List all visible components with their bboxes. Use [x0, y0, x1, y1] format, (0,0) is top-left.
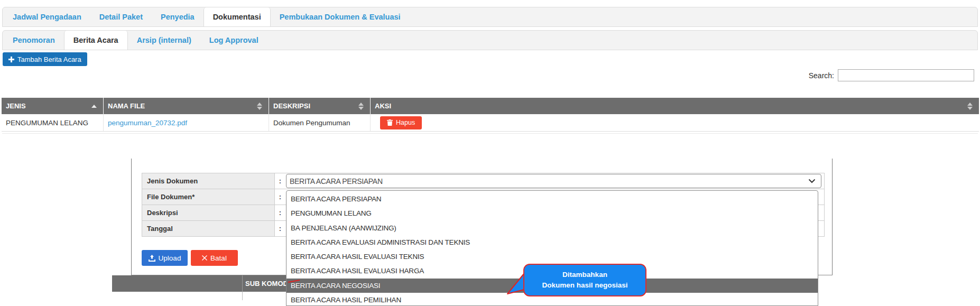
- search-label: Search:: [809, 71, 834, 80]
- file-dokumen-label: File Dokumen*: [142, 189, 275, 205]
- colon-separator: :: [275, 221, 285, 236]
- callout-line-1: Ditambahkan: [524, 270, 645, 280]
- close-icon: [202, 255, 207, 261]
- modal-left-border: [131, 159, 132, 275]
- tab-detail-paket[interactable]: Detail Paket: [90, 7, 152, 26]
- sort-both-icon: [257, 103, 262, 110]
- sort-both-icon: [967, 103, 973, 110]
- column-header-deskripsi[interactable]: DESKRIPSI: [269, 98, 371, 114]
- secondary-tab-bar: Penomoran Berita Acara Arsip (internal) …: [2, 30, 978, 50]
- colon-separator: :: [275, 173, 285, 189]
- option-ba-hasil-evaluasi-teknis[interactable]: BERITA ACARA HASIL EVALUASI TEKNIS: [286, 249, 818, 264]
- table-search: Search:: [809, 69, 974, 81]
- sort-both-icon: [358, 103, 364, 110]
- upload-label: Upload: [159, 254, 181, 262]
- tab-penyedia[interactable]: Penyedia: [152, 7, 204, 26]
- tab-pembukaan-dokumen-evaluasi[interactable]: Pembukaan Dokumen & Evaluasi: [271, 7, 410, 26]
- option-berita-acara-persiapan[interactable]: BERITA ACARA PERSIAPAN: [286, 192, 818, 206]
- option-ba-evaluasi-administrasi-teknis[interactable]: BERITA ACARA EVALUASI ADMINISTRASI DAN T…: [286, 235, 818, 249]
- page-divider: [2, 133, 978, 134]
- column-label: JENIS: [6, 102, 26, 110]
- annotation-callout: Ditambahkan Dokumen hasil negosiasi: [523, 264, 646, 296]
- upload-icon: [149, 255, 155, 262]
- hapus-button[interactable]: Hapus: [380, 116, 422, 129]
- tab-jadwal-pengadaan[interactable]: Jadwal Pengadaan: [4, 7, 90, 26]
- primary-tab-bar: Jadwal Pengadaan Detail Paket Penyedia D…: [2, 7, 978, 27]
- modal-right-border: [832, 159, 833, 275]
- colon-separator: :: [275, 205, 285, 220]
- berita-acara-table: JENIS NAMA FILE DESKRIPSI AKSI PENGUMUMA…: [2, 98, 979, 132]
- jenis-dokumen-label: Jenis Dokumen: [142, 173, 275, 189]
- batal-button[interactable]: Batal: [191, 250, 238, 266]
- tab-label: Penomoran: [13, 36, 55, 44]
- column-header-nama-file[interactable]: NAMA FILE: [104, 98, 269, 114]
- option-pengumuman-lelang[interactable]: PENGUMUMAN LELANG: [286, 206, 818, 220]
- column-divider: [242, 275, 243, 292]
- column-header-aksi[interactable]: AKSI: [371, 98, 979, 114]
- batal-label: Batal: [210, 254, 227, 262]
- cell-deskripsi: Dokumen Pengumuman: [269, 114, 371, 131]
- form-row-jenis-dokumen: Jenis Dokumen : BERITA ACARA PERSIAPAN: [142, 173, 825, 189]
- option-ba-penjelasan-aanwijzing[interactable]: BA PENJELASAN (AANWIJZING): [286, 221, 818, 235]
- jenis-dokumen-select[interactable]: BERITA ACARA PERSIAPAN: [286, 174, 821, 188]
- background-row-divider: [242, 292, 243, 300]
- tab-label: Berita Acara: [73, 36, 118, 44]
- tab-arsip-internal[interactable]: Arsip (internal): [128, 31, 200, 50]
- search-input[interactable]: [838, 69, 974, 81]
- table-header-row: JENIS NAMA FILE DESKRIPSI AKSI: [2, 98, 979, 114]
- cell-nama-file: pengumuman_20732.pdf: [104, 114, 269, 131]
- deskripsi-label: Deskripsi: [142, 205, 275, 220]
- column-label: AKSI: [375, 102, 391, 110]
- sub-komoditas-header-label: SUB KOMOD: [245, 275, 288, 292]
- cell-jenis: PENGUMUMAN LELANG: [2, 114, 104, 131]
- column-label: DESKRIPSI: [273, 102, 310, 110]
- tab-label: Arsip (internal): [137, 36, 191, 44]
- file-link[interactable]: pengumuman_20732.pdf: [108, 119, 187, 127]
- trash-icon: [387, 119, 393, 126]
- tab-label: Pembukaan Dokumen & Evaluasi: [280, 13, 401, 21]
- tab-label: Jadwal Pengadaan: [13, 13, 81, 21]
- tab-penomoran[interactable]: Penomoran: [4, 31, 64, 50]
- hapus-label: Hapus: [396, 119, 415, 126]
- tab-label: Penyedia: [161, 13, 195, 21]
- column-header-jenis[interactable]: JENIS: [2, 98, 104, 114]
- tanggal-label: Tanggal: [142, 221, 275, 236]
- chevron-down-icon: [808, 179, 816, 183]
- plus-icon: [8, 57, 14, 62]
- tab-berita-acara[interactable]: Berita Acara: [64, 31, 128, 50]
- tab-log-approval[interactable]: Log Approval: [200, 31, 267, 50]
- cell-aksi: Hapus: [371, 114, 979, 131]
- tambah-berita-acara-button[interactable]: Tambah Berita Acara: [3, 52, 87, 66]
- tab-label: Log Approval: [209, 36, 258, 44]
- tab-label: Detail Paket: [99, 13, 143, 21]
- add-button-label: Tambah Berita Acara: [17, 55, 81, 63]
- colon-separator: :: [275, 189, 285, 205]
- table-row: PENGUMUMAN LELANG pengumuman_20732.pdf D…: [2, 114, 979, 132]
- tab-label: Dokumentasi: [213, 13, 261, 21]
- select-value: BERITA ACARA PERSIAPAN: [290, 177, 383, 186]
- column-label: NAMA FILE: [108, 102, 145, 110]
- callout-line-2: Dokumen hasil negosiasi: [524, 280, 645, 291]
- sort-asc-icon: [91, 105, 97, 108]
- upload-button[interactable]: Upload: [142, 250, 188, 266]
- tab-dokumentasi[interactable]: Dokumentasi: [204, 7, 271, 26]
